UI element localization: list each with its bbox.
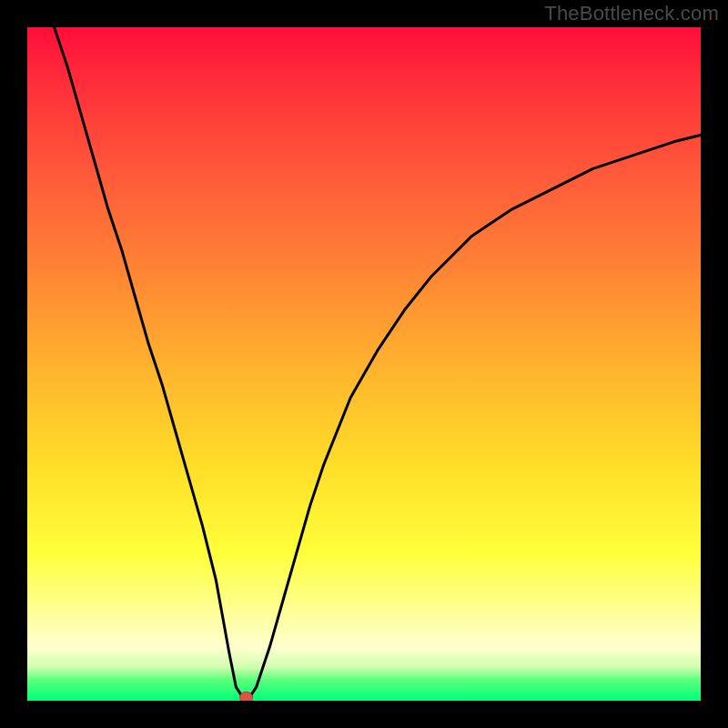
minimum-marker bbox=[240, 692, 253, 701]
watermark-text: TheBottleneck.com bbox=[544, 2, 719, 25]
bottleneck-curve bbox=[55, 27, 701, 697]
chart-frame: TheBottleneck.com bbox=[0, 0, 728, 728]
curve-layer bbox=[27, 27, 701, 701]
plot-area bbox=[27, 27, 701, 701]
